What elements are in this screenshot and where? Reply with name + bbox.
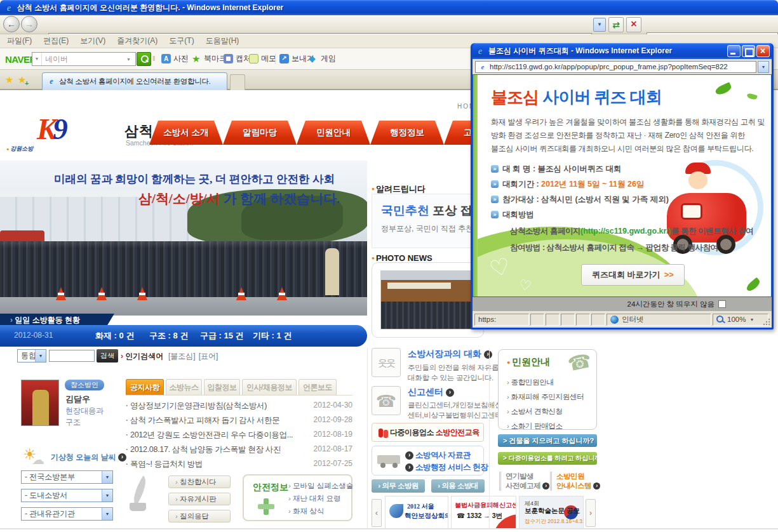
menu-favorites[interactable]: 즐겨찾기(A) [113,36,165,46]
smoke-notice-link[interactable]: 연기발생 사전예고제 [499,472,549,491]
notice-row[interactable]: 폭염~! 응급처치 방법2012-07-25 [126,459,352,473]
nav-tab-news[interactable]: 알림마당 [223,121,297,145]
search-category-select[interactable]: 통합 [17,349,46,362]
browser-tab[interactable]: 삼척 소방서 홈페이지에 오신여러분 환영합니다. [42,72,227,90]
site-search-button[interactable]: 검색 [97,349,118,362]
back-button[interactable] [3,16,20,32]
close-button[interactable] [756,45,770,57]
qna-board-button[interactable]: 질의응답 [168,510,231,522]
minimize-button[interactable] [727,45,741,57]
menu-tools[interactable]: 도구(T) [165,36,201,46]
new-tab-stub[interactable] [230,74,245,90]
firefighter-profile-photo [21,380,59,426]
banner-next-button[interactable]: › [586,499,596,527]
phone-icon [376,392,396,411]
popup-titlebar[interactable]: 불조심 사이버 퀴즈대회 - Windows Internet Explorer [473,43,772,59]
fire-service-charter-link[interactable]: 소방행정 서비스 헌장 [405,462,488,473]
ad-banner-veterans-paper[interactable]: 제4회 보훈학술논문 공모 접수기간 2012.8.16~4.31 [519,496,584,529]
notice-row[interactable]: 2012년 강원도 소방안전관리 우수 다중이용업...2012-08-19 [126,430,352,444]
green-side-bar [473,75,478,296]
board-tab-notice[interactable]: 공지사항 [126,379,164,395]
nav-tab-admin[interactable]: 행정정보 [370,121,444,145]
notice-row[interactable]: 영상정보기기운영관리방침(삼척소방서)2012-04-30 [126,401,352,415]
report-center-link[interactable]: 신고센터 [408,387,454,398]
quiz-go-button[interactable]: 퀴즈대회 바로가기>> [581,264,685,286]
quiz-popup-window[interactable]: 불조심 사이버 퀴즈대회 - Windows Internet Explorer… [471,43,774,329]
board-tab-hr[interactable]: 인사/채용정보 [242,379,297,395]
summit-logo-icon [389,504,403,518]
fire-safety-education-banner[interactable]: 다중이용업소 소방안전교육 [372,423,484,442]
free-board-button[interactable]: 자유게시판 [168,493,231,505]
naver-memo-button[interactable]: 메모 [249,53,276,64]
menu-file[interactable]: 파일(F) [3,36,39,46]
safety-cross-icon [258,498,274,515]
nav-tab-civil[interactable]: 민원안내 [297,121,370,145]
naver-dict-button[interactable]: 사전 [161,53,189,64]
praise-board-button[interactable]: 칭찬합시다 [168,475,231,488]
board-tab-press[interactable]: 언론보도 [298,379,337,395]
civil-link-extinguisher-shops[interactable]: 소화기 판매업소 [507,422,563,431]
popup-address-dropdown-icon[interactable] [758,61,769,73]
maximize-button[interactable] [742,45,755,57]
civil-link-general[interactable]: 종합민원안내 [507,378,554,387]
naver-capture-button[interactable]: 캡처 [224,53,251,64]
building-permit-cta[interactable]: 건물을 지으려고 하십니까? [498,434,597,447]
add-favorite-icon[interactable] [18,74,26,86]
site-logo[interactable]: K9 [37,112,68,146]
leaf-icon [745,277,761,293]
board-tab-bids[interactable]: 입찰정보 [204,379,240,395]
forward-button[interactable] [21,16,37,32]
menu-edit[interactable]: 편집(E) [39,36,76,46]
civil-guide-system-link[interactable]: 소방민원 안내시스템 [550,472,600,491]
notice-row[interactable]: 2012.08.17. 삼척 남양동 가스폭발 현장 사진2012-08-17 [126,444,352,458]
popup-address-field[interactable]: http://sc119.gwd.go.kr/app/popup/prc_pop… [475,61,756,73]
naver-search-button[interactable] [137,52,151,66]
menu-view[interactable]: 보기(V) [76,36,113,46]
address-dropdown-button[interactable]: ▼ [593,18,606,32]
board-tab-firenews[interactable]: 소방뉴스 [166,379,202,395]
popular-term[interactable]: [불조심] [168,352,196,361]
dismiss-checkbox[interactable] [718,300,726,308]
notice-row[interactable]: 삼척 가스폭발사고 피해자 돕기 감사 서한문2012-09-28 [126,415,352,429]
menu-help[interactable]: 도움말(H) [202,36,247,46]
naver-search-combo[interactable]: 네이버 [32,52,136,66]
nav-tab-about[interactable]: 소방서 소개 [149,121,223,145]
window-title: 삼척 소방서 홈페이지에 오신여러분 환영합니다. - Windows Inte… [17,3,283,13]
safety-link-fire[interactable]: 화재 상식 [288,507,324,516]
duty-firefighter-button[interactable]: 의무 소방원 [372,479,425,493]
site-search-input[interactable] [49,350,95,362]
stop-button[interactable] [626,17,641,32]
popular-term[interactable]: [표어] [199,352,218,361]
photo-news-image[interactable] [380,270,475,329]
select-arrow-icon [102,489,112,502]
naver-game-button[interactable]: 게임 [309,53,336,64]
announce-box[interactable]: 국민추천 포상 접수 정부포상, 국민이 직접 추천 ! [372,194,484,248]
banner-prev-button[interactable]: ‹ [372,499,382,527]
naver-combo-mini-dropdown-icon[interactable] [32,53,42,65]
multi-use-business-cta[interactable]: 다중이용업소를 하려고 하십니까? [498,452,597,465]
naver-combo-dropdown-icon[interactable] [126,57,135,62]
favorites-star-icon[interactable] [5,74,13,86]
chief-chat-link[interactable]: 소방서장과의 대화 [408,349,492,360]
safety-link-disaster[interactable]: 재난 대처 요령 [288,494,340,503]
weather-link[interactable]: 기상청 오늘의 날씨 [51,452,126,463]
naver-search-input[interactable]: 네이버 [42,54,126,65]
select-province-stations[interactable]: - 도내소방서 [21,489,113,502]
resize-grip[interactable] [763,318,770,326]
fire-history-archive-link[interactable]: 소방역사 자료관 [405,450,471,461]
civil-link-fire-victim[interactable]: 화재피해 주민지원센터 [507,392,584,402]
refresh-button[interactable] [608,17,624,32]
ad-banner-nuclear-summit[interactable]: 2012 서울 핵안보정상회의 [385,496,448,529]
homepage-link[interactable]: (http://sc119.gwd.go.kr/) [580,227,671,236]
status-cell [530,314,544,326]
naver-bookmark-button[interactable]: 북마크 [192,53,227,64]
ad-banner-illegal-finance[interactable]: 불법사금융피해신고센터 ☎ 1332 → 3번 [451,496,516,529]
safety-link-cpr[interactable]: 모바일 심폐소생술 [288,481,353,491]
select-national-fire-hq[interactable]: - 전국소방본부 [21,470,113,484]
civil-link-station-tour[interactable]: 소방서 견학신청 [507,407,563,416]
window-titlebar[interactable]: 삼척 소방서 홈페이지에 오신여러분 환영합니다. - Windows Inte… [0,0,778,15]
volunteer-firefighter-button[interactable]: 의용 소방대 [431,479,485,493]
status-zoom[interactable]: 100% [713,314,768,326]
photo-news-box[interactable] [372,262,484,338]
select-related-orgs[interactable]: - 관내유관기관 [21,507,113,521]
